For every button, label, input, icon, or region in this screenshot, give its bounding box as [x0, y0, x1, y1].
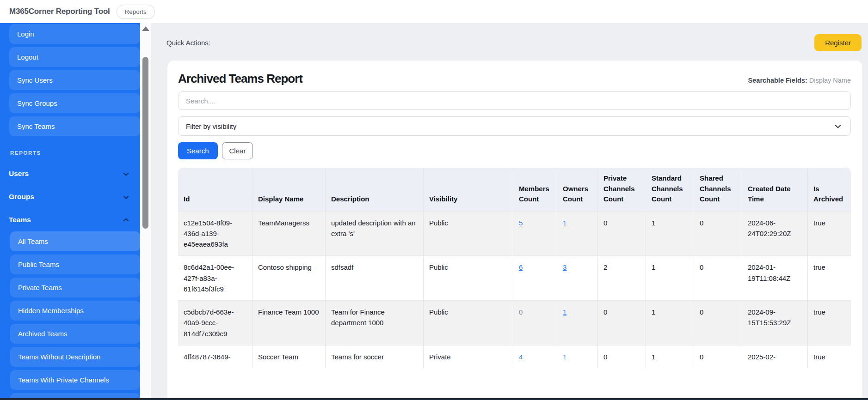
cell-is-archived: true — [807, 300, 851, 345]
scrollbar-thumb[interactable] — [142, 57, 148, 229]
cell-description: updated description with an extra 's' — [325, 211, 423, 256]
sidebar-nav-users-label: Users — [9, 170, 29, 178]
table-row: c5dbcb7d-663e-40a9-9ccc-814df7c309c9 Fin… — [178, 300, 851, 345]
visibility-filter-value: Filter by visibility — [186, 122, 236, 130]
owners-count-link[interactable]: 3 — [563, 263, 566, 271]
table-header-row: Id Display Name Description Visibility M… — [178, 168, 851, 211]
cell-created-date: 2025-02- — [742, 345, 807, 368]
search-button[interactable]: Search — [178, 142, 218, 159]
reports-section-label: REPORTS — [10, 150, 140, 156]
cell-display-name: TeamManagerss — [252, 211, 325, 256]
cell-id: 4ff48787-3649- — [178, 345, 252, 368]
cell-visibility: Public — [423, 255, 513, 300]
sidebar-subitem-hidden-memberships[interactable]: Hidden Memberships — [10, 301, 140, 321]
cell-visibility: Public — [423, 211, 513, 256]
cell-id: c5dbcb7d-663e-40a9-9ccc-814df7c309c9 — [178, 300, 252, 345]
column-header-owners-count: Owners Count — [557, 168, 597, 211]
sidebar-subitem-teams-without-description[interactable]: Teams Without Description — [10, 347, 140, 367]
cell-shared-channels: 0 — [694, 211, 742, 256]
table-row: 4ff48787-3649- Soccer Team Teams for soc… — [178, 345, 851, 368]
column-header-shared-channels: Shared Channels Count — [694, 168, 742, 211]
cell-created-date: 2024-06-24T02:29:20Z — [742, 211, 807, 256]
column-header-members-count: Members Count — [513, 168, 557, 211]
sidebar-nav-teams[interactable]: Teams — [0, 208, 140, 231]
register-button[interactable]: Register — [814, 34, 862, 51]
cell-display-name: Finance Team 1000 — [252, 300, 325, 345]
column-header-private-channels: Private Channels Count — [597, 168, 646, 211]
cell-is-archived: true — [807, 255, 851, 300]
cell-is-archived: true — [807, 345, 851, 368]
cell-is-archived: true — [807, 211, 851, 256]
cell-visibility: Public — [423, 300, 513, 345]
sidebar-item-sync-teams[interactable]: Sync Teams — [9, 116, 140, 136]
table-row: 8c6d42a1-00ee-427f-a83a-61f6145f3fc9 Con… — [178, 255, 851, 300]
owners-count-link[interactable]: 1 — [563, 219, 566, 227]
cell-display-name: Soccer Team — [252, 345, 325, 368]
chevron-down-icon — [834, 122, 842, 130]
cell-private-channels: 2 — [597, 255, 646, 300]
column-header-standard-channels: Standard Channels Count — [646, 168, 694, 211]
sidebar-nav-groups[interactable]: Groups — [0, 185, 140, 208]
reports-badge[interactable]: Reports — [117, 5, 155, 19]
cell-id: 8c6d42a1-00ee-427f-a83a-61f6145f3fc9 — [178, 255, 252, 300]
visibility-filter-select[interactable]: Filter by visibility — [178, 116, 851, 136]
cell-private-channels: 0 — [597, 300, 646, 345]
cell-owners-count: 3 — [557, 255, 597, 300]
cell-created-date: 2024-01-19T11:08:44Z — [742, 255, 807, 300]
sidebar-item-logout[interactable]: Logout — [9, 47, 140, 67]
sidebar: Login Logout Sync Users Sync Groups Sync… — [0, 23, 140, 400]
column-header-created-date: Created Date Time — [742, 168, 807, 211]
search-input[interactable] — [178, 91, 851, 110]
sidebar-nav-teams-label: Teams — [9, 216, 31, 224]
cell-visibility: Private — [423, 345, 513, 368]
cell-private-channels: 0 — [597, 345, 646, 368]
sidebar-item-sync-users[interactable]: Sync Users — [9, 70, 140, 90]
table-row: c12e1504-8f09-436d-a139-e45eaea693fa Tea… — [178, 211, 851, 256]
clear-button[interactable]: Clear — [222, 142, 253, 159]
app-layout: Login Logout Sync Users Sync Groups Sync… — [0, 23, 868, 400]
searchable-fields-label: Searchable Fields: — [748, 77, 807, 84]
sidebar-item-login[interactable]: Login — [9, 24, 140, 44]
quick-actions-label: Quick Actions: — [166, 39, 210, 47]
owners-count-link[interactable]: 1 — [563, 353, 566, 361]
search-actions: Search Clear — [178, 142, 851, 159]
cell-description: Team for Finance department 1000 — [325, 300, 423, 345]
sidebar-subitem-public-teams[interactable]: Public Teams — [10, 255, 140, 274]
cell-shared-channels: 0 — [694, 345, 742, 368]
cell-description: Teams for soccer — [325, 345, 423, 368]
teams-table: Id Display Name Description Visibility M… — [178, 168, 851, 368]
chevron-down-icon — [122, 170, 130, 178]
cell-owners-count: 1 — [557, 345, 597, 368]
sidebar-nav-users[interactable]: Users — [0, 162, 140, 185]
cell-members-count: 6 — [513, 255, 557, 300]
scroll-up-icon[interactable] — [142, 26, 149, 31]
column-header-is-archived: Is Archived — [807, 168, 851, 211]
cell-private-channels: 0 — [597, 211, 646, 256]
window-bottom-edge — [0, 398, 868, 400]
sidebar-nav-groups-label: Groups — [9, 193, 34, 201]
cell-members-count: 5 — [513, 211, 557, 256]
cell-owners-count: 1 — [557, 300, 597, 345]
main-content: Quick Actions: Register Archived Teams R… — [151, 23, 868, 400]
sidebar-scrollbar[interactable] — [140, 23, 151, 400]
cell-members-count: 0 — [513, 300, 557, 345]
cell-owners-count: 1 — [557, 211, 597, 256]
members-count-value: 0 — [519, 308, 523, 316]
sidebar-item-sync-groups[interactable]: Sync Groups — [9, 93, 140, 113]
sidebar-subitem-teams-with-private-channels[interactable]: Teams With Private Channels — [10, 370, 140, 390]
column-header-visibility: Visibility — [423, 168, 513, 211]
members-count-link[interactable]: 5 — [519, 219, 523, 227]
top-bar: M365Corner Reporting Tool Reports — [0, 0, 868, 23]
members-count-link[interactable]: 4 — [519, 353, 523, 361]
cell-shared-channels: 0 — [694, 255, 742, 300]
quick-actions-bar: Quick Actions: Register — [151, 23, 868, 51]
owners-count-link[interactable]: 1 — [563, 308, 566, 316]
sidebar-subitem-archived-teams[interactable]: Archived Teams — [10, 324, 140, 344]
chevron-up-icon — [122, 216, 130, 224]
members-count-link[interactable]: 6 — [519, 263, 523, 271]
chevron-down-icon — [122, 193, 130, 201]
cell-standard-channels: 1 — [646, 345, 694, 368]
sidebar-subitem-private-teams[interactable]: Private Teams — [10, 278, 140, 297]
cell-standard-channels: 1 — [646, 211, 694, 256]
sidebar-subitem-all-teams[interactable]: All Teams — [10, 231, 140, 251]
